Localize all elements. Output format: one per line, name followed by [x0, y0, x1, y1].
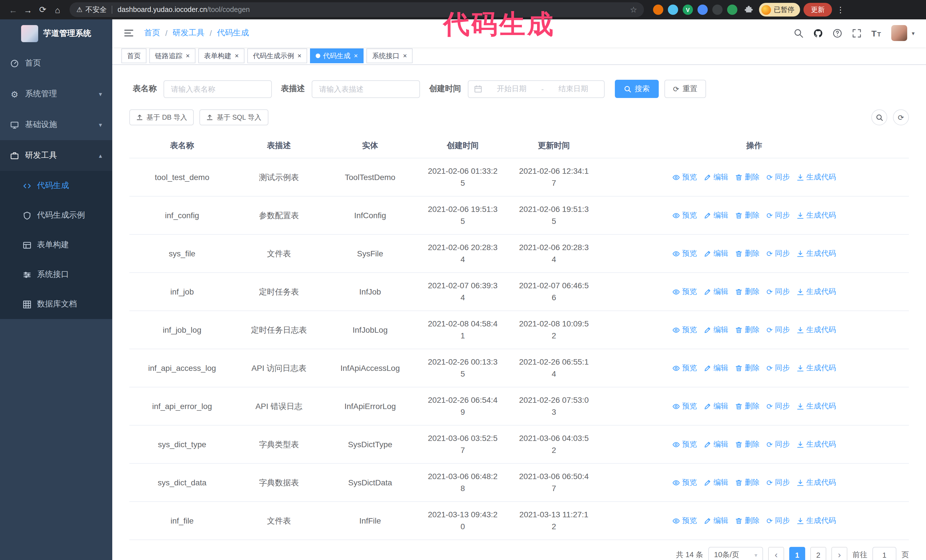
- extensions-puzzle-icon[interactable]: [744, 5, 754, 14]
- extension-green-v-icon[interactable]: V: [683, 5, 693, 15]
- delete-link[interactable]: 删除: [735, 515, 760, 527]
- preview-link[interactable]: 预览: [672, 439, 697, 450]
- page-button-1[interactable]: 1: [789, 547, 805, 560]
- delete-link[interactable]: 删除: [735, 325, 760, 335]
- edit-link[interactable]: 编辑: [704, 477, 728, 488]
- edit-link[interactable]: 编辑: [704, 325, 728, 335]
- browser-update-button[interactable]: 更新: [803, 3, 832, 17]
- extension-orange-icon[interactable]: [653, 5, 663, 15]
- sidebar-item-system-api[interactable]: 系统接口: [0, 260, 112, 290]
- reset-button[interactable]: ⟳ 重置: [664, 80, 706, 98]
- preview-link[interactable]: 预览: [672, 172, 697, 183]
- profile-paused-chip[interactable]: 已暂停: [759, 3, 800, 17]
- browser-forward-icon[interactable]: →: [21, 2, 35, 17]
- generate-code-link[interactable]: 生成代码: [797, 477, 836, 488]
- prev-page-button[interactable]: ‹: [768, 547, 784, 560]
- import-sql-button[interactable]: 基于 SQL 导入: [200, 109, 268, 125]
- tab-1[interactable]: 首页: [121, 48, 147, 63]
- address-bar[interactable]: ⚠ 不安全 dashboard.yudao.iocoder.cn/tool/co…: [70, 2, 644, 17]
- edit-link[interactable]: 编辑: [704, 515, 728, 527]
- sync-link[interactable]: ⟳同步: [766, 210, 790, 221]
- edit-link[interactable]: 编辑: [704, 172, 728, 183]
- bookmark-star-icon[interactable]: ☆: [630, 5, 637, 14]
- extension-blue-drop-icon[interactable]: [668, 5, 678, 15]
- extension-dark-icon[interactable]: [712, 5, 723, 15]
- search-button[interactable]: 搜索: [615, 80, 659, 98]
- delete-link[interactable]: 删除: [735, 286, 760, 297]
- import-db-button[interactable]: 基于 DB 导入: [129, 109, 194, 125]
- edit-link[interactable]: 编辑: [704, 286, 728, 297]
- sidebar-item-form-builder[interactable]: 表单构建: [0, 230, 112, 260]
- preview-link[interactable]: 预览: [672, 210, 697, 221]
- preview-link[interactable]: 预览: [672, 515, 697, 527]
- help-icon[interactable]: [832, 29, 842, 38]
- sidebar-item-codegen[interactable]: 代码生成: [0, 171, 112, 201]
- browser-home-icon[interactable]: ⌂: [50, 2, 65, 17]
- delete-link[interactable]: 删除: [735, 439, 760, 450]
- sidebar-item-home[interactable]: 首页: [0, 48, 112, 78]
- generate-code-link[interactable]: 生成代码: [797, 401, 836, 412]
- fullscreen-icon[interactable]: [852, 29, 862, 38]
- edit-link[interactable]: 编辑: [704, 401, 728, 412]
- next-page-button[interactable]: ›: [831, 547, 847, 560]
- user-avatar[interactable]: [891, 25, 907, 41]
- page-button-2[interactable]: 2: [810, 547, 826, 560]
- sync-link[interactable]: ⟳同步: [766, 172, 790, 183]
- preview-link[interactable]: 预览: [672, 325, 697, 335]
- tab-close-icon[interactable]: ×: [354, 53, 358, 59]
- edit-link[interactable]: 编辑: [704, 210, 728, 221]
- sidebar-toggle[interactable]: [124, 29, 134, 38]
- generate-code-link[interactable]: 生成代码: [797, 439, 836, 450]
- tab-close-icon[interactable]: ×: [186, 53, 190, 59]
- preview-link[interactable]: 预览: [672, 401, 697, 412]
- generate-code-link[interactable]: 生成代码: [797, 172, 836, 183]
- generate-code-link[interactable]: 生成代码: [797, 515, 836, 527]
- extension-people-icon[interactable]: [698, 5, 708, 15]
- sync-link[interactable]: ⟳同步: [766, 362, 790, 374]
- goto-page-input[interactable]: [872, 547, 896, 560]
- preview-link[interactable]: 预览: [672, 286, 697, 297]
- breadcrumb-devtools[interactable]: 研发工具: [172, 28, 204, 38]
- sidebar-item-infra[interactable]: 基础设施 ▾: [0, 109, 112, 140]
- tab-2[interactable]: 链路追踪×: [149, 48, 195, 63]
- tab-4[interactable]: 代码生成示例×: [247, 48, 307, 63]
- delete-link[interactable]: 删除: [735, 401, 760, 412]
- generate-code-link[interactable]: 生成代码: [797, 286, 836, 297]
- tab-5[interactable]: 代码生成×: [310, 48, 363, 63]
- table-name-input[interactable]: [163, 80, 272, 98]
- search-icon[interactable]: [794, 29, 803, 38]
- table-desc-input[interactable]: [312, 80, 420, 98]
- sidebar-item-db-docs[interactable]: 数据库文档: [0, 290, 112, 319]
- sync-link[interactable]: ⟳同步: [766, 248, 790, 259]
- toggle-search-button[interactable]: [871, 109, 887, 125]
- sync-link[interactable]: ⟳同步: [766, 477, 790, 488]
- sync-link[interactable]: ⟳同步: [766, 325, 790, 335]
- preview-link[interactable]: 预览: [672, 248, 697, 259]
- delete-link[interactable]: 删除: [735, 477, 760, 488]
- edit-link[interactable]: 编辑: [704, 248, 728, 259]
- sync-link[interactable]: ⟳同步: [766, 286, 790, 297]
- sync-link[interactable]: ⟳同步: [766, 439, 790, 450]
- delete-link[interactable]: 删除: [735, 248, 760, 259]
- page-size-select[interactable]: 10条/页 ▾: [708, 547, 763, 560]
- edit-link[interactable]: 编辑: [704, 362, 728, 374]
- breadcrumb-home[interactable]: 首页: [144, 28, 160, 38]
- tab-close-icon[interactable]: ×: [403, 53, 407, 59]
- browser-reload-icon[interactable]: ⟳: [35, 2, 50, 17]
- generate-code-link[interactable]: 生成代码: [797, 210, 836, 221]
- sync-link[interactable]: ⟳同步: [766, 515, 790, 527]
- sidebar-item-devtools[interactable]: 研发工具 ▴: [0, 140, 112, 171]
- delete-link[interactable]: 删除: [735, 210, 760, 221]
- generate-code-link[interactable]: 生成代码: [797, 248, 836, 259]
- sidebar-item-codegen-example[interactable]: 代码生成示例: [0, 201, 112, 230]
- preview-link[interactable]: 预览: [672, 477, 697, 488]
- preview-link[interactable]: 预览: [672, 362, 697, 374]
- app-logo[interactable]: 芋道管理系统: [0, 20, 112, 48]
- chevron-down-icon[interactable]: ▾: [912, 30, 915, 36]
- tab-close-icon[interactable]: ×: [298, 53, 301, 59]
- font-size-icon[interactable]: TT: [871, 29, 882, 38]
- delete-link[interactable]: 删除: [735, 362, 760, 374]
- extension-green-icon[interactable]: [727, 5, 737, 15]
- edit-link[interactable]: 编辑: [704, 439, 728, 450]
- browser-back-icon[interactable]: ←: [6, 2, 21, 17]
